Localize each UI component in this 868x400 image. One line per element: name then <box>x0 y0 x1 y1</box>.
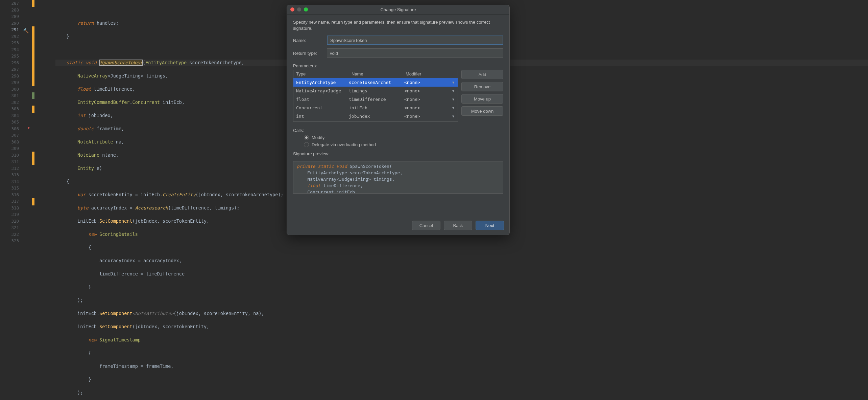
line-number: 320 <box>0 218 19 225</box>
return-type-input[interactable] <box>327 48 503 58</box>
line-number: 300 <box>0 86 19 93</box>
chevron-down-icon[interactable]: ▼ <box>452 97 454 101</box>
close-icon[interactable] <box>290 7 294 12</box>
line-number: 318 <box>0 205 19 212</box>
line-number: 322 <box>0 231 19 238</box>
line-number: 299 <box>0 79 19 86</box>
back-button[interactable]: Back <box>444 221 472 230</box>
table-row[interactable]: Concurrent initEcb <none>▼ <box>293 104 458 112</box>
parameters-table[interactable]: Type Name Modifier EntityArchetype score… <box>293 70 458 122</box>
line-number: 303 <box>0 106 19 112</box>
line-number: 310 <box>0 152 19 159</box>
table-header: Type Name Modifier <box>293 70 458 78</box>
add-button[interactable]: Add <box>461 70 503 79</box>
move-down-button[interactable]: Move down <box>461 106 503 116</box>
keyword-return: return <box>77 20 94 26</box>
icon-gutter: 🔨 <box>22 0 32 400</box>
change-marker-gutter: ▶ <box>32 0 35 400</box>
line-number: 315 <box>0 185 19 192</box>
line-number: 298 <box>0 73 19 80</box>
line-number: 287 <box>0 0 19 7</box>
name-label: Name: <box>293 38 327 43</box>
line-number: 317 <box>0 198 19 205</box>
calls-label: Calls: <box>293 128 503 133</box>
line-number: 293 <box>0 40 19 46</box>
dialog-description: Specify new name, return type and parame… <box>293 19 503 31</box>
line-number: 308 <box>0 139 19 146</box>
table-row[interactable]: EntityArchetype scoreTokenArchet <none>▼ <box>293 78 458 87</box>
change-marker-added <box>32 92 34 99</box>
window-controls <box>290 7 308 12</box>
line-number: 323 <box>0 238 19 244</box>
name-input[interactable] <box>327 36 503 45</box>
line-number: 289 <box>0 13 19 20</box>
line-number: 292 <box>0 33 19 40</box>
line-number: 304 <box>0 112 19 119</box>
change-marker <box>32 26 34 86</box>
header-name: Name <box>349 70 403 78</box>
minimize-icon[interactable] <box>297 7 301 12</box>
next-button[interactable]: Next <box>476 221 504 230</box>
signature-preview-label: Signature preview: <box>293 151 503 156</box>
line-number: 319 <box>0 211 19 218</box>
table-row[interactable]: double frameTime <box>293 120 458 122</box>
line-number: 313 <box>0 172 19 178</box>
line-number: 288 <box>0 7 19 14</box>
table-row[interactable]: int jobIndex <none>▼ <box>293 112 458 120</box>
line-number: 302 <box>0 99 19 106</box>
line-number: 301 <box>0 92 19 99</box>
line-number: 297 <box>0 66 19 73</box>
radio-icon[interactable] <box>304 142 309 147</box>
change-marker <box>32 152 34 165</box>
line-number-gutter: 2872882892902912922932942952962972982993… <box>0 0 22 400</box>
change-marker <box>32 106 34 113</box>
table-row[interactable]: float timeDifference <none>▼ <box>293 95 458 104</box>
dialog-title: Change Signature <box>287 7 509 12</box>
line-number: 296 <box>0 60 19 66</box>
line-number: 312 <box>0 165 19 172</box>
radio-delegate[interactable]: Delegate via overloading method <box>304 142 503 147</box>
chevron-down-icon[interactable]: ▼ <box>452 106 454 110</box>
move-up-button[interactable]: Move up <box>461 94 503 104</box>
keyword-static: static <box>67 60 83 65</box>
return-type-label: Return type: <box>293 51 327 56</box>
line-number: 295 <box>0 53 19 60</box>
signature-preview: private static void SpawnScoreToken( Ent… <box>293 161 503 194</box>
chevron-down-icon[interactable]: ▼ <box>452 89 454 93</box>
line-number: 306 <box>0 126 19 132</box>
line-number: 311 <box>0 158 19 165</box>
radio-modify[interactable]: Modify <box>304 135 503 140</box>
dialog-titlebar[interactable]: Change Signature <box>287 5 509 15</box>
breakpoint-icon[interactable]: ▶ <box>28 125 30 130</box>
line-number: 321 <box>0 224 19 231</box>
chevron-down-icon[interactable]: ▼ <box>452 81 454 84</box>
header-type: Type <box>293 70 349 78</box>
change-marker <box>32 0 34 7</box>
line-number: 291 <box>0 26 19 33</box>
table-row[interactable]: NativeArray<Judge timings <none>▼ <box>293 87 458 95</box>
refactor-hammer-icon[interactable]: 🔨 <box>23 28 29 34</box>
line-number: 294 <box>0 46 19 53</box>
zoom-icon[interactable] <box>304 7 308 12</box>
line-number: 305 <box>0 119 19 126</box>
change-marker <box>32 198 34 205</box>
line-number: 316 <box>0 192 19 198</box>
parameters-label: Parameters: <box>293 63 503 68</box>
line-number: 314 <box>0 178 19 185</box>
change-signature-dialog: Change Signature Specify new name, retur… <box>287 5 510 235</box>
cancel-button[interactable]: Cancel <box>412 221 440 230</box>
line-number: 290 <box>0 20 19 27</box>
line-number: 309 <box>0 145 19 152</box>
dialog-footer: Cancel Back Next <box>287 217 509 235</box>
line-number: 307 <box>0 132 19 139</box>
radio-icon[interactable] <box>304 135 309 140</box>
method-name-highlighted: SpawnScoreToken <box>99 60 143 66</box>
chevron-down-icon[interactable]: ▼ <box>452 114 454 118</box>
remove-button[interactable]: Remove <box>461 82 503 91</box>
header-modifier: Modifier <box>406 71 421 76</box>
